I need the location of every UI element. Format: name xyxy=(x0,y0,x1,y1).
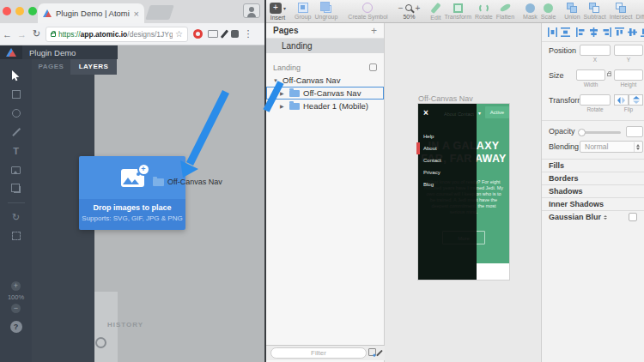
atomic-zoom-controls: + 100% − ? xyxy=(0,281,32,333)
reload-icon[interactable]: ↻ xyxy=(29,28,44,39)
disclosure-open-icon[interactable]: ▼ xyxy=(273,78,279,83)
page-row-landing[interactable]: Landing xyxy=(266,39,384,53)
filter-input[interactable] xyxy=(270,347,367,359)
rotate-button[interactable]: Rotate xyxy=(475,3,493,20)
position-x-field[interactable] xyxy=(580,45,611,56)
create-symbol-button[interactable]: Create Symbol xyxy=(348,3,387,20)
image-drop-zone[interactable]: + Drop images to place Supports: SVG, GI… xyxy=(79,156,185,230)
layer-row-header-mobile[interactable]: ▶ Header 1 (Mobile) xyxy=(266,100,384,112)
duplicate-tool[interactable] xyxy=(0,179,32,198)
align-right-icon[interactable] xyxy=(602,27,611,37)
artboard-white-section xyxy=(477,263,509,280)
tab-layers[interactable]: LAYERS xyxy=(70,59,117,75)
rotate-tool[interactable]: ↻ xyxy=(0,208,32,226)
address-field[interactable]: https://app.atomic.io/designs/1JYg6K-p..… xyxy=(46,27,188,42)
opacity-slider[interactable] xyxy=(580,131,621,134)
layer-row-offcanvas-nav[interactable]: ▶ Off-Canvas Nav xyxy=(266,87,384,100)
section-gaussian-blur[interactable]: Gaussian Blur xyxy=(542,210,644,223)
close-window-button[interactable] xyxy=(3,7,11,15)
disclosure-closed-icon[interactable]: ▶ xyxy=(280,103,286,109)
adblock-extension-icon[interactable] xyxy=(193,29,203,39)
align-center-horizontal-icon[interactable] xyxy=(589,27,598,37)
subtract-button[interactable]: Subtract xyxy=(584,3,606,20)
browser-menu-icon[interactable]: ⋮ xyxy=(244,28,253,39)
group-button[interactable]: Group xyxy=(295,3,311,20)
insert-caret-icon: ▾ xyxy=(283,5,286,11)
zoom-out-button[interactable]: − xyxy=(11,304,21,313)
flatten-button[interactable]: Flatten xyxy=(496,3,514,20)
marquee-tool[interactable] xyxy=(0,226,32,245)
artboard-row[interactable]: ▼ Off-Canvas Nav xyxy=(266,74,384,87)
transform-button[interactable]: Transform xyxy=(444,3,471,20)
rectangle-tool[interactable] xyxy=(0,85,32,104)
height-field[interactable] xyxy=(614,69,643,81)
artboard-icon[interactable] xyxy=(369,63,377,71)
position-y-field[interactable] xyxy=(614,45,643,56)
fullscreen-window-button[interactable] xyxy=(28,7,37,15)
section-fills[interactable]: Fills xyxy=(542,159,644,172)
distribute-horizontally-icon[interactable] xyxy=(548,27,557,37)
bookmark-star-icon[interactable]: ☆ xyxy=(175,29,183,39)
dragged-layer-ghost[interactable]: Off-Canvas Nav xyxy=(153,178,222,186)
browser-profile-button[interactable] xyxy=(243,3,260,18)
zoom-in-icon[interactable]: + xyxy=(415,3,420,13)
zoom-controls[interactable]: −+ 50% xyxy=(398,3,421,20)
ellipse-tool[interactable] xyxy=(0,104,32,123)
align-top-icon[interactable] xyxy=(615,27,624,37)
browser-tab[interactable]: Plugin Demo | Atomic × xyxy=(38,3,144,23)
minimize-window-button[interactable] xyxy=(15,7,24,15)
atomic-logo-box[interactable] xyxy=(0,45,22,59)
align-left-icon[interactable] xyxy=(576,27,586,37)
eyedropper-extension-icon[interactable] xyxy=(221,29,228,38)
distribute-vertically-icon[interactable] xyxy=(561,27,570,37)
filter-edit-icon[interactable] xyxy=(376,350,383,357)
flip-vertical-button[interactable] xyxy=(629,94,643,106)
forward-icon[interactable]: → xyxy=(15,29,29,39)
ungroup-button[interactable]: Ungroup xyxy=(314,3,337,20)
disclosure-closed-icon[interactable]: ▶ xyxy=(280,90,286,96)
artboard-offcanvas-nav[interactable]: IN A GALAXYFAR, FAR AWAY What know you o… xyxy=(418,104,509,280)
section-inner-shadows[interactable]: Inner Shadows xyxy=(542,197,644,210)
scale-icon xyxy=(544,3,553,13)
back-icon[interactable]: ← xyxy=(0,29,15,39)
section-borders[interactable]: Borders xyxy=(542,172,644,184)
zoom-out-icon[interactable]: − xyxy=(398,3,404,13)
size-lock-icon[interactable] xyxy=(607,73,611,76)
tab-pages[interactable]: PAGES xyxy=(32,59,70,75)
align-middle-vertical-icon[interactable] xyxy=(628,27,637,37)
person-icon xyxy=(249,7,254,12)
scale-button[interactable]: Scale xyxy=(541,3,556,20)
section-shadows[interactable]: Shadows xyxy=(542,184,644,197)
tab-close-icon[interactable]: × xyxy=(134,9,139,18)
cast-extension-icon[interactable] xyxy=(208,30,218,38)
edit-button[interactable]: Edit xyxy=(430,3,440,21)
gaussian-blur-checkbox[interactable] xyxy=(629,213,637,221)
gaussian-blur-stepper-icon[interactable] xyxy=(604,215,607,220)
opacity-value-field[interactable] xyxy=(626,126,643,137)
image-tool[interactable] xyxy=(0,160,32,179)
artboard-title[interactable]: Off-Canvas Nav xyxy=(418,94,473,103)
help-button[interactable]: ? xyxy=(10,321,22,333)
blending-select[interactable]: Normal xyxy=(580,141,643,153)
new-tab-button[interactable] xyxy=(145,5,174,20)
url-text: https://app.atomic.io/designs/1JYg6K-p..… xyxy=(58,30,173,39)
cursor-tool[interactable] xyxy=(0,66,32,85)
difference-button[interactable]: Difference xyxy=(636,3,644,20)
align-bottom-icon[interactable] xyxy=(641,27,644,37)
width-field[interactable] xyxy=(576,69,605,81)
text-tool[interactable]: T xyxy=(0,142,32,160)
union-button[interactable]: Union xyxy=(564,3,580,20)
position-row: Position X Y xyxy=(542,42,644,60)
intersect-button[interactable]: Intersect xyxy=(610,3,633,20)
rotate-field[interactable] xyxy=(580,94,611,106)
insert-button[interactable]: +▾ Insert xyxy=(270,3,286,21)
flip-horizontal-button[interactable] xyxy=(614,94,629,106)
line-tool[interactable] xyxy=(0,123,32,142)
opacity-slider-knob[interactable] xyxy=(578,129,586,136)
extension-icon[interactable] xyxy=(231,30,239,38)
add-page-icon[interactable]: + xyxy=(371,25,377,37)
image-icon xyxy=(11,166,21,174)
sketch-window: +▾ Insert Group Ungroup Create Symbol −+… xyxy=(266,0,644,362)
zoom-in-button[interactable]: + xyxy=(11,281,21,291)
mask-button[interactable]: Mask xyxy=(523,3,538,20)
